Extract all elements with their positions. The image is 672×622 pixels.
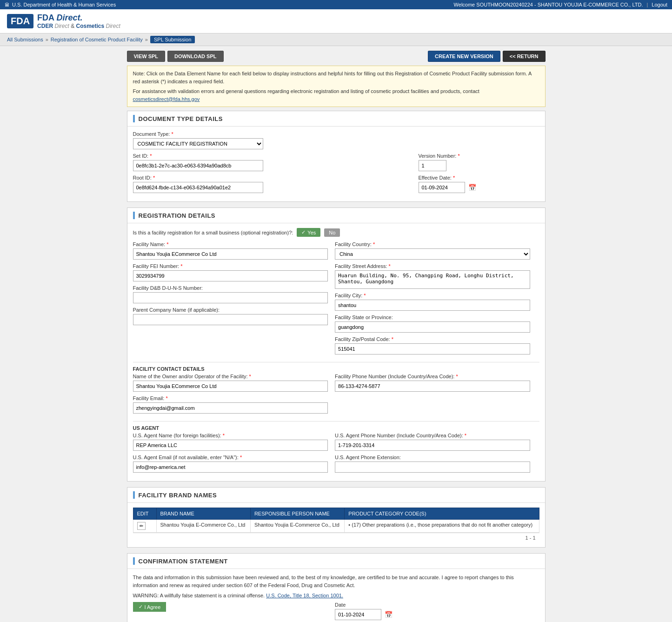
facility-zip-label: Facility Zip/Postal Code: * xyxy=(335,336,530,342)
view-spl-button[interactable]: VIEW SPL xyxy=(127,51,166,62)
header-title: FDA Direct. CDER Direct & Cosmetics Dire… xyxy=(37,13,120,29)
cder-label: CDER xyxy=(37,23,53,29)
section-bar-icon4 xyxy=(133,557,135,565)
effective-date-group: Effective Date: * 📅 xyxy=(419,175,539,193)
confirmation-date-group: Date 📅 xyxy=(335,602,530,620)
confirmation-date-label: Date xyxy=(335,602,530,608)
confirmation-date-input[interactable] xyxy=(335,609,381,620)
brand-names-table: EDIT BRAND NAME RESPONSIBLE PERSON NAME … xyxy=(133,508,539,533)
yes-toggle-button[interactable]: ✓ Yes xyxy=(297,228,320,237)
create-new-version-button[interactable]: CREATE NEW VERSION xyxy=(428,51,500,62)
facility-phone-input[interactable] xyxy=(335,381,530,392)
document-type-section: DOCUMENT TYPE DETAILS Document Type: * C… xyxy=(127,111,546,202)
facility-name-group: Facility Name: * xyxy=(133,241,328,260)
product-cell: • (17) Other preparations (i.e., those p… xyxy=(345,520,539,533)
agent-email-input[interactable] xyxy=(133,461,328,473)
breadcrumb: All Submissions » Registration of Cosmet… xyxy=(0,33,672,46)
owner-input[interactable] xyxy=(133,381,328,392)
facility-street-group: Facility Street Address: * Huarun Buildi… xyxy=(335,263,530,289)
edit-row-button[interactable]: ✏ xyxy=(137,522,146,530)
col-brand-header: BRAND NAME xyxy=(156,508,250,520)
note-email-link[interactable]: cosmeticsdirect@fda.hhs.gov xyxy=(133,96,200,102)
document-type-body: Document Type: * COSMETIC FACILITY REGIS… xyxy=(127,127,545,201)
cosmetics-direct-label: Direct xyxy=(106,23,120,29)
agent-phone-ext-input[interactable] xyxy=(335,461,530,473)
breadcrumb-registration[interactable]: Registration of Cosmetic Product Facilit… xyxy=(51,37,143,42)
section-bar-icon2 xyxy=(133,212,135,219)
contact-left-col: Name of the Owner and/or Operator of the… xyxy=(133,374,328,417)
facility-street-input[interactable]: Huarun Building, No. 95, Changping Road,… xyxy=(335,270,530,289)
calendar-icon2[interactable]: 📅 xyxy=(385,611,393,618)
agent-phone-input[interactable] xyxy=(335,440,530,451)
small-business-label: Is this a facility registration for a sm… xyxy=(133,230,293,235)
facility-name-input[interactable] xyxy=(133,248,328,260)
facility-state-group: Facility State or Province: xyxy=(335,314,530,333)
toolbar-left: VIEW SPL DOWNLOAD SPL xyxy=(127,51,224,62)
confirmation-left: ✓ I Agree xyxy=(133,602,328,622)
brand-cell: Shantou Youjia E-Commerce Co., Ltd xyxy=(156,520,250,533)
facility-country-select[interactable]: China xyxy=(335,248,530,260)
version-number-group: Version Number: * xyxy=(419,153,539,171)
facility-email-label: Facility Email: * xyxy=(133,395,328,401)
cosmetics-label: Cosmetics xyxy=(76,23,104,29)
agree-button[interactable]: ✓ I Agree xyxy=(133,602,166,612)
registration-right-col: Facility Country: * China Facility Stree… xyxy=(335,241,530,358)
return-button[interactable]: << RETURN xyxy=(503,51,546,62)
contact-right-col: Facility Phone Number (Include Country/A… xyxy=(335,374,530,417)
set-id-group: Set ID: * xyxy=(133,153,412,171)
warning-text: WARNING: A willfully false statement is … xyxy=(133,593,539,598)
document-type-select[interactable]: COSMETIC FACILITY REGISTRATION xyxy=(133,138,263,149)
facility-duns-input[interactable] xyxy=(133,292,328,303)
uscode-link[interactable]: U.S. Code, Title 18, Section 1001. xyxy=(266,593,343,598)
download-spl-button[interactable]: DOWNLOAD SPL xyxy=(167,51,223,62)
check-icon: ✓ xyxy=(139,604,143,610)
parent-company-input[interactable] xyxy=(133,314,328,325)
version-number-label: Version Number: * xyxy=(419,153,539,159)
facility-email-input[interactable] xyxy=(133,402,328,414)
col-edit-header: EDIT xyxy=(133,508,156,520)
section-bar-icon xyxy=(133,115,135,122)
table-row: ✏ Shantou Youjia E-Commerce Co., Ltd Sha… xyxy=(133,520,539,533)
facility-street-label: Facility Street Address: * xyxy=(335,263,530,269)
set-id-input[interactable] xyxy=(133,160,263,171)
no-toggle-button[interactable]: No xyxy=(324,228,340,237)
root-id-date-row: Root ID: * Effective Date: * 📅 xyxy=(133,175,539,193)
facility-fei-label: Facility FEI Number: * xyxy=(133,263,328,269)
document-type-label: Document Type: * xyxy=(133,131,291,137)
facility-zip-group: Facility Zip/Postal Code: * xyxy=(335,336,530,354)
top-bar: 🏛 U.S. Department of Health & Human Serv… xyxy=(0,0,672,9)
facility-city-input[interactable] xyxy=(335,300,530,311)
and-label: & xyxy=(71,23,76,29)
confirmation-right: Date 📅 Name of Submitter xyxy=(335,602,530,622)
agent-name-input[interactable] xyxy=(133,440,328,451)
version-number-input[interactable] xyxy=(419,160,446,171)
facility-state-input[interactable] xyxy=(335,321,530,333)
brand-names-pagination: 1 - 1 xyxy=(133,533,539,542)
set-id-version-row: Set ID: * Version Number: * xyxy=(133,153,539,171)
calendar-icon[interactable]: 📅 xyxy=(468,184,476,191)
section-bar-icon3 xyxy=(133,491,135,499)
note-box: Note: Click on the Data Element Name for… xyxy=(127,66,546,107)
effective-date-row: 📅 xyxy=(419,182,539,193)
brand-names-title: FACILITY BRAND NAMES xyxy=(139,492,217,499)
effective-date-label: Effective Date: * xyxy=(419,175,539,181)
contact-two-col: Name of the Owner and/or Operator of the… xyxy=(133,374,539,417)
breadcrumb-all-submissions[interactable]: All Submissions xyxy=(7,37,43,42)
confirmation-header: CONFIRMATION STATEMENT xyxy=(127,554,545,569)
logout-link[interactable]: Logout xyxy=(652,2,667,7)
facility-country-group: Facility Country: * China xyxy=(335,241,530,260)
top-bar-left: 🏛 U.S. Department of Health & Human Serv… xyxy=(5,2,116,7)
toolbar-right: CREATE NEW VERSION << RETURN xyxy=(428,51,545,62)
parent-company-label: Parent Company Name (if applicable): xyxy=(133,307,328,313)
confirmation-two-col: ✓ I Agree Date 📅 Name of Submitter xyxy=(133,602,539,622)
root-id-input[interactable] xyxy=(133,182,263,193)
note-text1: Note: Click on the Data Element Name for… xyxy=(133,70,539,85)
facility-zip-input[interactable] xyxy=(335,343,530,354)
effective-date-input[interactable] xyxy=(419,182,465,193)
brand-names-section: FACILITY BRAND NAMES EDIT BRAND NAME RES… xyxy=(127,487,546,548)
welcome-message: Welcome SOUTHMOON20240224 - SHANTOU YOUJ… xyxy=(454,2,643,7)
header: FDA FDA Direct. CDER Direct & Cosmetics … xyxy=(0,9,672,33)
direct-label: Direct. xyxy=(56,13,82,22)
confirmation-date-row: 📅 xyxy=(335,609,530,620)
facility-fei-input[interactable] xyxy=(133,270,328,281)
